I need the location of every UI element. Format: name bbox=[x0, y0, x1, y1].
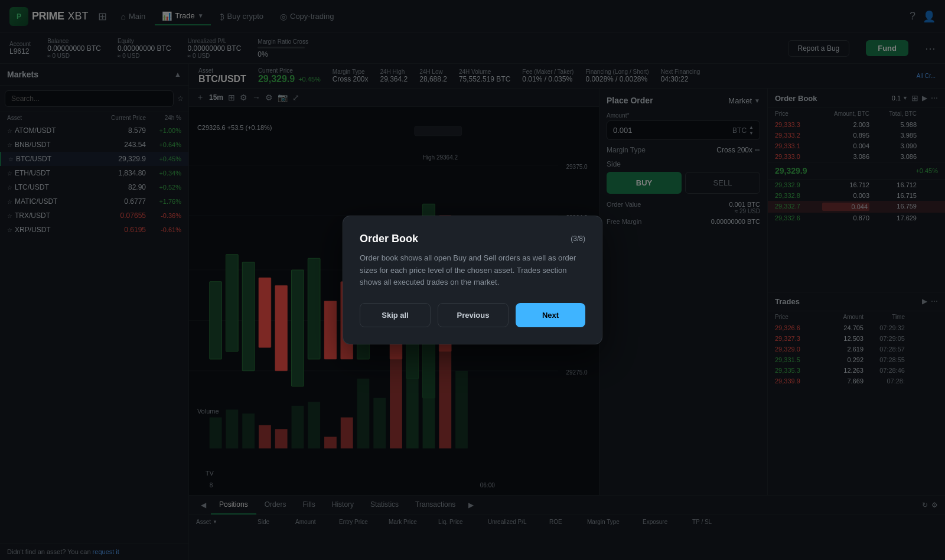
modal-body: Order book shows all open Buy and Sell o… bbox=[360, 252, 585, 289]
next-button[interactable]: Next bbox=[516, 303, 585, 327]
modal-footer: Skip all Previous Next bbox=[360, 303, 585, 327]
skip-all-button[interactable]: Skip all bbox=[360, 303, 431, 327]
modal-header: Order Book (3/8) bbox=[360, 233, 585, 245]
modal-overlay: Order Book (3/8) Order book shows all op… bbox=[0, 0, 945, 560]
modal: Order Book (3/8) Order book shows all op… bbox=[343, 216, 602, 344]
modal-step: (3/8) bbox=[571, 235, 585, 243]
previous-button[interactable]: Previous bbox=[438, 303, 509, 327]
modal-title: Order Book bbox=[360, 233, 418, 245]
